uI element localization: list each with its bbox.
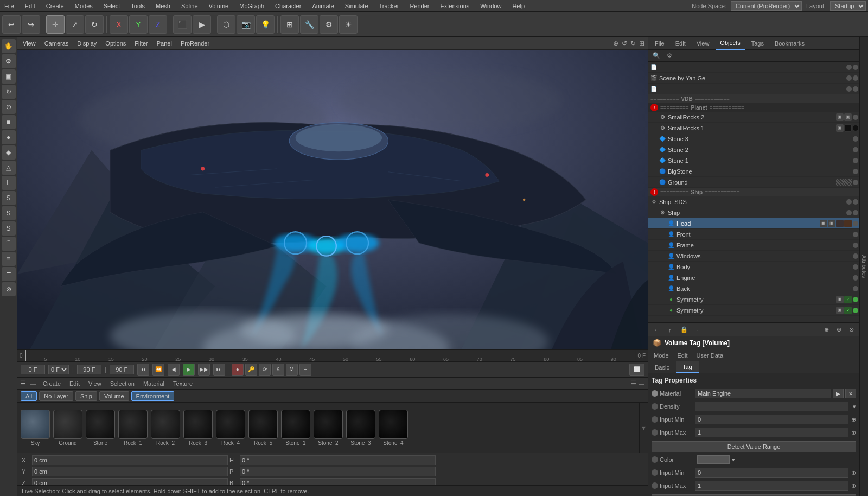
menu-spline[interactable]: Spline	[179, 3, 200, 9]
menu-tracker[interactable]: Tracker	[377, 3, 401, 9]
menu-tools[interactable]: Tools	[129, 3, 147, 9]
attr-nav-r1[interactable]: ⊕	[821, 324, 832, 336]
filter-all[interactable]: All	[21, 391, 37, 401]
mat-tb-create[interactable]: Create	[41, 380, 63, 387]
attr-edit-btn[interactable]: Edit	[674, 349, 691, 361]
left-tool-1[interactable]: 🖐	[2, 39, 16, 53]
autokey-btn[interactable]: K	[272, 364, 284, 376]
vp-icon-4[interactable]: ⊞	[639, 40, 644, 47]
light-btn[interactable]: 💡	[256, 15, 275, 34]
menu-modes[interactable]: Modes	[73, 3, 95, 9]
mat-scroll[interactable]: ▾	[639, 403, 648, 453]
obj-row-bigstone[interactable]: 🔵 BigStone	[648, 166, 859, 177]
vt-panel[interactable]: Panel	[155, 40, 174, 47]
obj-tab-file[interactable]: File	[650, 37, 669, 50]
current-frame-input[interactable]	[21, 365, 45, 374]
obj-row-smallrocks1[interactable]: ⚙ SmallRocks 1 ▣	[648, 123, 859, 133]
coord-p-input[interactable]	[240, 467, 436, 476]
obj-row-stone1[interactable]: 🔷 Stone 1	[648, 155, 859, 166]
mat-tb-material[interactable]: Material	[141, 380, 167, 387]
material-rock2[interactable]: Rock_2	[151, 410, 180, 446]
filter-nolayer[interactable]: No Layer	[39, 391, 73, 401]
undo-btn[interactable]: ↩	[2, 15, 21, 34]
end-frame-input[interactable]	[77, 365, 101, 374]
coord-x-input[interactable]	[32, 455, 228, 465]
next-btn[interactable]: ▶▶	[198, 364, 210, 376]
menu-character[interactable]: Character	[273, 3, 303, 9]
material-sky[interactable]: Sky	[21, 410, 50, 446]
attr-nav-r2[interactable]: ⊗	[833, 324, 845, 336]
attr-nav-up[interactable]: ↑	[665, 324, 675, 336]
attr-nav-back[interactable]: ←	[650, 324, 663, 336]
prev-frame-btn[interactable]: ⏪	[152, 364, 164, 376]
3d-viewport[interactable]	[17, 50, 648, 349]
settings-btn[interactable]: ⚙	[320, 15, 338, 34]
filter-environment[interactable]: Environment	[131, 391, 175, 401]
render-btn[interactable]: ▶	[193, 15, 211, 34]
vt-display[interactable]: Display	[75, 40, 99, 47]
obj-tab-edit[interactable]: Edit	[671, 37, 690, 50]
obj-row-ground[interactable]: 🔵 Ground	[648, 177, 859, 188]
obj-row-doc1[interactable]: 📄	[648, 62, 859, 73]
material-rock3[interactable]: Rock_3	[183, 410, 213, 446]
vt-view[interactable]: View	[21, 40, 38, 47]
obj-row-scene[interactable]: 🎬 Scene by Yan Ge	[648, 73, 859, 84]
obj-tab-view[interactable]: View	[692, 37, 714, 50]
obj-row-ship[interactable]: ⚙ Ship	[648, 207, 859, 218]
attr-color-inputmax-value[interactable]	[695, 481, 848, 491]
material-stone[interactable]: Stone	[86, 410, 115, 446]
mat-menu-icon2[interactable]: ☰	[631, 380, 636, 387]
left-tool-10[interactable]: L	[2, 176, 16, 190]
menu-volume[interactable]: Volume	[207, 3, 231, 9]
vt-options[interactable]: Options	[103, 40, 128, 47]
attr-color-inputmax-spin[interactable]: ⊕	[848, 482, 856, 489]
attr-inputmin-spin[interactable]: ⊕	[848, 416, 856, 423]
material-rock4[interactable]: Rock_4	[216, 410, 245, 446]
left-tool-17[interactable]: ⊗	[2, 282, 16, 296]
coord-h-input[interactable]	[240, 455, 436, 465]
attr-mat-expand-btn[interactable]: ▶	[833, 389, 844, 398]
obj-row-head[interactable]: 👤 Head ▣ ▣	[648, 218, 859, 229]
obj-filter-icon[interactable]: ⚙	[665, 52, 674, 59]
left-tool-2[interactable]: ⚙	[2, 54, 16, 68]
menu-create[interactable]: Create	[44, 3, 66, 9]
menu-select[interactable]: Select	[101, 3, 123, 9]
material-stone1[interactable]: Stone_1	[281, 410, 310, 446]
filter-volume[interactable]: Volume	[99, 391, 129, 401]
menu-file[interactable]: File	[2, 3, 16, 9]
move-btn[interactable]: ✛	[46, 15, 65, 34]
obj-row-front[interactable]: 👤 Front	[648, 229, 859, 240]
scale-btn[interactable]: ⤢	[66, 15, 84, 34]
obj-row-symmetry2[interactable]: ● Symmetry ▣ ✓	[648, 305, 859, 316]
axis-y-btn[interactable]: Y	[129, 15, 148, 34]
attr-nav-r3[interactable]: ⊙	[846, 324, 857, 336]
left-tool-3[interactable]: ▣	[2, 69, 16, 84]
left-tool-16[interactable]: ≣	[2, 267, 16, 281]
attr-density-expand[interactable]: ▾	[848, 403, 856, 410]
axis-z-btn[interactable]: Z	[149, 15, 167, 34]
snap-btn[interactable]: 🔧	[300, 15, 318, 34]
frame-select[interactable]: 0 F	[48, 365, 69, 374]
timeline-ruler[interactable]: 5 10 15 20 25 30 35 40 45 50 55 60	[25, 350, 636, 362]
attr-color-expand[interactable]: ▾	[732, 456, 735, 463]
play-btn[interactable]: ▶	[183, 364, 195, 376]
mat-tb-texture[interactable]: Texture	[171, 380, 195, 387]
redo-btn[interactable]: ↪	[22, 15, 40, 34]
axis-x-btn[interactable]: X	[110, 15, 128, 34]
obj-row-body[interactable]: 👤 Body	[648, 262, 859, 272]
obj-search-icon[interactable]: 🔍	[650, 52, 662, 59]
obj-row-engine[interactable]: 👤 Engine	[648, 272, 859, 283]
obj-tab-objects[interactable]: Objects	[716, 37, 744, 50]
left-tool-14[interactable]: ⌒	[2, 237, 16, 251]
rotate-btn[interactable]: ↻	[85, 15, 104, 34]
timeline-expand-btn[interactable]: ⬜	[629, 364, 644, 376]
left-tool-13[interactable]: S	[2, 221, 16, 236]
obj-row-back[interactable]: 👤 Back	[648, 283, 859, 294]
layout-select[interactable]: Startup	[830, 1, 866, 11]
coord-y-input[interactable]	[32, 467, 228, 476]
left-tool-12[interactable]: S	[2, 206, 16, 220]
material-rock5[interactable]: Rock_5	[248, 410, 278, 446]
obj-row-frame[interactable]: 👤 Frame	[648, 240, 859, 251]
obj-row-doc2[interactable]: 📄	[648, 84, 859, 94]
go-end-btn[interactable]: ⏭	[213, 364, 225, 376]
